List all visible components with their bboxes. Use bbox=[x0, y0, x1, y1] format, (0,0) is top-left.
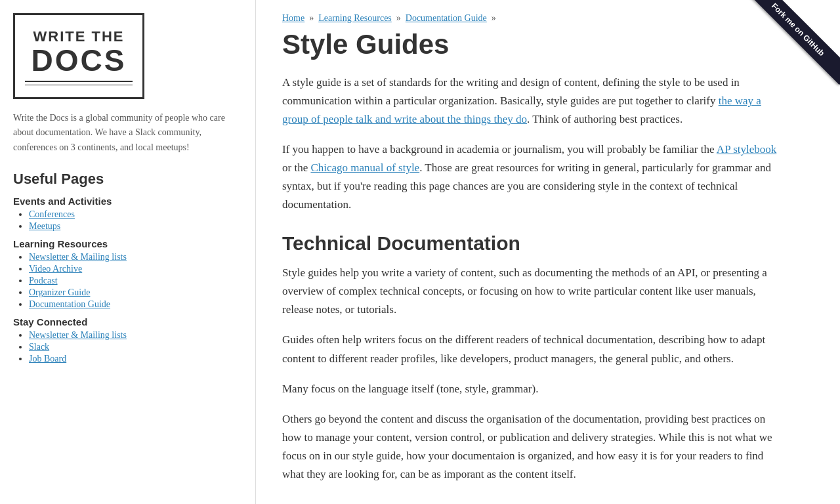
sidebar-link[interactable]: Newsletter & Mailing lists bbox=[29, 330, 127, 340]
sidebar-categories: Events and ActivitiesConferencesMeetupsL… bbox=[13, 196, 236, 364]
github-ribbon[interactable]: Fork me on GitHub bbox=[742, 0, 840, 98]
useful-pages-heading: Useful Pages bbox=[13, 171, 236, 188]
sidebar-category-title: Events and Activities bbox=[13, 196, 236, 207]
intro-p2-mid: or the bbox=[282, 161, 310, 174]
page-title: Style Guides bbox=[282, 29, 781, 60]
list-item: Newsletter & Mailing lists bbox=[29, 330, 236, 341]
list-item: Job Board bbox=[29, 354, 236, 364]
sidebar-link[interactable]: Documentation Guide bbox=[29, 299, 110, 309]
sidebar-category-title: Learning Resources bbox=[13, 238, 236, 249]
list-item: Meetups bbox=[29, 221, 236, 232]
sidebar-description: Write the Docs is a global community of … bbox=[13, 111, 236, 155]
sidebar-link[interactable]: Newsletter & Mailing lists bbox=[29, 252, 127, 262]
sidebar: WRITE THE DOCS Write the Docs is a globa… bbox=[0, 0, 256, 504]
list-item: Video Archive bbox=[29, 264, 236, 274]
section1-p3: Many focus on the language itself (tone,… bbox=[282, 380, 781, 398]
sidebar-link[interactable]: Meetups bbox=[29, 221, 60, 231]
sidebar-category: Events and ActivitiesConferencesMeetups bbox=[13, 196, 236, 232]
ap-stylebook-link[interactable]: AP stylebook bbox=[717, 143, 776, 156]
intro-paragraph-1: A style guide is a set of standards for … bbox=[282, 74, 781, 129]
section1-p4: Others go beyond the content and discuss… bbox=[282, 410, 781, 484]
logo-docs: DOCS bbox=[25, 45, 133, 75]
list-item: Documentation Guide bbox=[29, 299, 236, 310]
list-item: Podcast bbox=[29, 276, 236, 286]
sidebar-link[interactable]: Video Archive bbox=[29, 264, 82, 274]
sidebar-link[interactable]: Organizer Guide bbox=[29, 287, 90, 297]
list-item: Newsletter & Mailing lists bbox=[29, 252, 236, 262]
sidebar-category-list: Newsletter & Mailing listsVideo ArchiveP… bbox=[13, 252, 236, 310]
breadcrumb-documentation-guide[interactable]: Documentation Guide bbox=[406, 13, 487, 23]
intro-p1-end: . Think of authoring best practices. bbox=[527, 113, 682, 125]
intro-p2-start: If you happen to have a background in ac… bbox=[282, 143, 717, 156]
sidebar-category-list: ConferencesMeetups bbox=[13, 209, 236, 232]
logo-line1 bbox=[25, 81, 133, 82]
breadcrumb-learning-resources[interactable]: Learning Resources bbox=[318, 13, 392, 23]
ribbon-label: Fork me on GitHub bbox=[743, 0, 840, 85]
breadcrumb: Home » Learning Resources » Documentatio… bbox=[282, 13, 781, 24]
sidebar-link[interactable]: Slack bbox=[29, 342, 49, 352]
chicago-manual-link[interactable]: Chicago manual of style bbox=[310, 161, 419, 174]
section1-p2: Guides often help writers focus on the d… bbox=[282, 331, 781, 368]
sidebar-category: Stay ConnectedNewsletter & Mailing lists… bbox=[13, 316, 236, 364]
section1-heading: Technical Documentation bbox=[282, 232, 781, 255]
sidebar-link[interactable]: Conferences bbox=[29, 209, 75, 219]
sidebar-link[interactable]: Podcast bbox=[29, 276, 58, 285]
main-content: Home » Learning Resources » Documentatio… bbox=[256, 0, 820, 504]
list-item: Slack bbox=[29, 342, 236, 352]
sidebar-category: Learning ResourcesNewsletter & Mailing l… bbox=[13, 238, 236, 310]
list-item: Organizer Guide bbox=[29, 287, 236, 298]
sidebar-link[interactable]: Job Board bbox=[29, 354, 66, 364]
breadcrumb-home[interactable]: Home bbox=[282, 13, 304, 23]
intro-p1-text: A style guide is a set of standards for … bbox=[282, 76, 740, 107]
intro-paragraph-2: If you happen to have a background in ac… bbox=[282, 140, 781, 214]
sidebar-category-title: Stay Connected bbox=[13, 316, 236, 327]
logo: WRITE THE DOCS bbox=[13, 13, 144, 99]
sidebar-category-list: Newsletter & Mailing listsSlackJob Board bbox=[13, 330, 236, 364]
logo-line2 bbox=[25, 85, 133, 85]
section1-p1: Style guides help you write a variety of… bbox=[282, 264, 781, 319]
list-item: Conferences bbox=[29, 209, 236, 220]
